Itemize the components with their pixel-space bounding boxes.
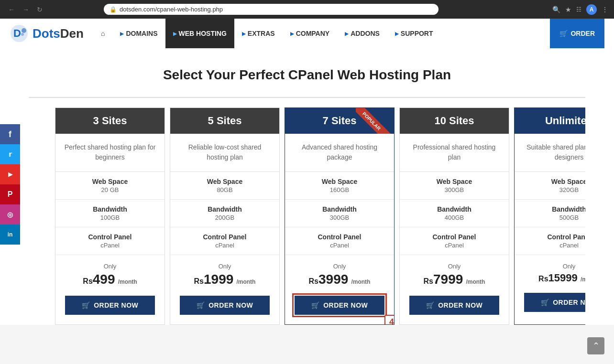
cart-icon-10: 🛒: [426, 301, 435, 309]
plan-5sites-only: Only: [175, 263, 274, 270]
plan-7sites-desc: Advanced shared hosting package: [285, 134, 394, 172]
social-youtube[interactable]: ▶: [0, 164, 20, 184]
plan-10sites-order-btn[interactable]: 🛒 ORDER NOW: [409, 296, 499, 315]
pricing-grid: 3 Sites Perfect shared hosting plan for …: [29, 107, 585, 325]
plan-unlimited-bandwidth-label: Bandwidth: [519, 205, 585, 213]
nav-web-hosting[interactable]: ▶ WEB HOSTING: [165, 19, 234, 48]
plan-10sites-webspace: Web Space 300GB: [400, 172, 509, 200]
plan-7sites-amount: Rs3999 /month: [290, 272, 389, 287]
plan-3sites-header: 3 Sites: [55, 108, 164, 134]
plan-5sites-webspace-val: 80GB: [175, 186, 274, 193]
plan-5sites-webspace-label: Web Space: [175, 178, 274, 185]
cart-icon-7: 🛒: [311, 301, 320, 309]
plan-5sites-header: 5 Sites: [170, 108, 279, 134]
plan-unlimited-btn-label: ORDER NOW: [553, 299, 585, 306]
back-button[interactable]: ←: [6, 5, 17, 14]
plan-unlimited-webspace: Web Space 320GB: [515, 172, 585, 200]
nav-domains[interactable]: ▶ DOMAINS: [112, 19, 165, 48]
order-button[interactable]: 🛒 ORDER: [550, 19, 604, 48]
nav-company-label: COMPANY: [296, 30, 330, 37]
main-nav: ⌂ ▶ DOMAINS ▶ WEB HOSTING ▶ EXTRAS ▶ COM…: [93, 19, 550, 48]
plan-10sites-desc: Professional shared hosting plan: [400, 134, 509, 172]
search-icon[interactable]: 🔍: [552, 6, 560, 13]
nav-extras[interactable]: ▶ EXTRAS: [234, 19, 283, 48]
cart-icon-ul: 🛒: [541, 299, 549, 306]
plan-5sites-btn-label: ORDER NOW: [208, 301, 253, 309]
account-avatar[interactable]: A: [586, 4, 597, 15]
plan-7sites-order-btn[interactable]: 🛒 ORDER NOW: [295, 296, 384, 315]
plan-3sites-only: Only: [60, 263, 160, 270]
plan-5sites-bandwidth: Bandwidth 200GB: [170, 200, 279, 227]
plan-3sites-webspace-label: Web Space: [60, 178, 160, 185]
plan-unlimited: Unlimited Suitable shared plan for web d…: [514, 107, 585, 325]
plan-5sites-cpanel: Control Panel cPanel: [170, 227, 279, 255]
plan-3sites-number: 499: [93, 272, 115, 287]
social-linkedin[interactable]: in: [0, 225, 20, 245]
menu-icon[interactable]: ⋮: [602, 6, 608, 13]
plan-unlimited-price: Only Rs15999 /month: [515, 255, 585, 288]
logo-icon: D: [10, 24, 29, 43]
company-arrow: ▶: [290, 31, 294, 36]
plan-7sites: 7 Sites Advanced shared hosting package …: [285, 107, 395, 325]
plan-10sites-bandwidth-val: 400GB: [405, 214, 504, 221]
url-text: dotsden.com/cpanel-web-hosting.php: [120, 6, 223, 13]
plan-5sites-order-btn[interactable]: 🛒 ORDER NOW: [180, 296, 270, 315]
plan-10sites-bandwidth-label: Bandwidth: [405, 205, 504, 213]
reload-button[interactable]: ↻: [34, 5, 45, 14]
nav-home[interactable]: ⌂: [93, 19, 112, 48]
nav-company[interactable]: ▶ COMPANY: [283, 19, 338, 48]
plan-3sites-amount: Rs499 /month: [60, 272, 160, 287]
plan-unlimited-cpanel: Control Panel cPanel: [515, 227, 585, 255]
order-label: ORDER: [570, 30, 595, 37]
social-twitter[interactable]: 𝕣: [0, 144, 20, 164]
logo[interactable]: D DotsDen: [10, 24, 84, 43]
social-pinterest[interactable]: P: [0, 184, 20, 204]
forward-button[interactable]: →: [20, 5, 32, 14]
extras-arrow: ▶: [242, 31, 246, 36]
nav-support[interactable]: ▶ SUPPORT: [387, 19, 441, 48]
plan-7sites-only: Only: [290, 263, 389, 270]
plan-unlimited-webspace-val: 320GB: [519, 186, 585, 193]
logo-text: DotsDen: [33, 26, 84, 41]
cart-icon-5: 🛒: [197, 301, 205, 309]
browser-nav: ← → ↻: [6, 5, 45, 14]
social-facebook[interactable]: f: [0, 124, 20, 144]
plan-7sites-cpanel-val: cPanel: [290, 242, 389, 249]
plan-3sites-btn-label: ORDER NOW: [94, 301, 138, 309]
plan-7sites-webspace-label: Web Space: [290, 178, 389, 185]
plan-3sites-bandwidth-label: Bandwidth: [60, 205, 160, 213]
svg-point-2: [22, 28, 26, 33]
plan-3sites-order-btn[interactable]: 🛒 ORDER NOW: [65, 296, 155, 315]
plan-unlimited-title: Unlimited: [545, 115, 585, 127]
nav-addons[interactable]: ▶ ADDONS: [337, 19, 387, 48]
plan-3sites-btn-wrap: 🛒 ORDER NOW: [55, 291, 164, 324]
plan-5sites-cpanel-label: Control Panel: [175, 233, 274, 241]
plan-10sites-btn-label: ORDER NOW: [438, 301, 482, 309]
social-instagram[interactable]: ◎: [0, 204, 20, 225]
plan-5sites-title: 5 Sites: [208, 115, 242, 127]
home-icon: ⌂: [101, 30, 105, 37]
address-bar[interactable]: 🔒 dotsden.com/cpanel-web-hosting.php: [104, 4, 439, 15]
extensions-icon[interactable]: ☷: [576, 6, 581, 13]
browser-chrome: ← → ↻ 🔒 dotsden.com/cpanel-web-hosting.p…: [0, 0, 614, 19]
nav-domains-label: DOMAINS: [126, 30, 157, 37]
plan-7sites-btn-label: ORDER NOW: [323, 301, 368, 309]
star-icon[interactable]: ★: [565, 6, 571, 13]
plan-10sites-btn-wrap: 🛒 ORDER NOW: [400, 291, 509, 324]
plan-5sites: 5 Sites Reliable low-cost shared hosting…: [170, 107, 280, 325]
plan-unlimited-order-btn[interactable]: 🛒 ORDER NOW: [524, 293, 585, 312]
cart-icon-3: 🛒: [82, 301, 90, 309]
page-content: Select Your Perfect CPanel Web Hosting P…: [0, 48, 614, 325]
social-sidebar: f 𝕣 ▶ P ◎ in: [0, 124, 20, 245]
plan-3sites: 3 Sites Perfect shared hosting plan for …: [55, 107, 165, 325]
nav-addons-label: ADDONS: [351, 30, 380, 37]
page-title: Select Your Perfect CPanel Web Hosting P…: [29, 58, 585, 98]
plan-5sites-price: Only Rs1999 /month: [170, 255, 279, 291]
plan-unlimited-cpanel-label: Control Panel: [519, 233, 585, 241]
plan-unlimited-only: Only: [519, 263, 585, 270]
plan-10sites-price: Only Rs7999 /month: [400, 255, 509, 291]
plan-7sites-cpanel-label: Control Panel: [290, 233, 389, 241]
plan-5sites-cpanel-val: cPanel: [175, 242, 274, 249]
badge-number-4: 4: [384, 315, 395, 325]
plan-10sites-webspace-label: Web Space: [405, 178, 504, 185]
